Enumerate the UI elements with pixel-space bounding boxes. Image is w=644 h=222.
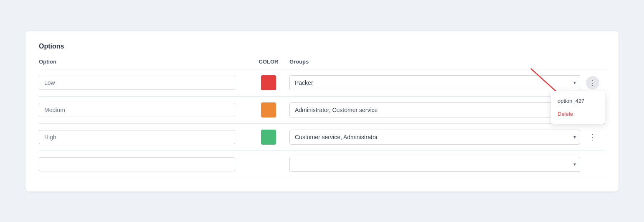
color-cell-2 <box>248 130 289 145</box>
group-select-wrapper-1: Packer Administrator Customer service Ad… <box>289 102 580 117</box>
group-select-2[interactable]: Packer Administrator Customer service Ad… <box>289 130 580 145</box>
group-select-1[interactable]: Packer Administrator Customer service Ad… <box>289 102 580 117</box>
color-swatch-0[interactable] <box>261 75 276 90</box>
card-title: Options <box>39 43 605 50</box>
group-select-wrapper-0: Packer Administrator Customer service Ad… <box>289 75 580 90</box>
table-row: Packer Administrator Customer service Ad… <box>39 124 605 151</box>
header-option: Option <box>39 59 248 65</box>
option-input-2[interactable] <box>39 130 235 144</box>
option-cell <box>39 130 248 144</box>
group-select-0[interactable]: Packer Administrator Customer service Ad… <box>289 75 580 90</box>
color-swatch-1[interactable] <box>261 102 276 117</box>
option-input-0[interactable] <box>39 76 235 90</box>
option-cell <box>39 103 248 117</box>
color-cell-1 <box>248 102 289 117</box>
table-row: Packer Administrator Customer service Ad… <box>39 97 605 124</box>
dropdown-item-delete[interactable]: Delete <box>551 107 605 120</box>
option-input-3[interactable] <box>39 157 235 171</box>
header-actions <box>580 59 605 65</box>
options-card: Options Option COLOR Groups Packer Admin… <box>25 31 619 191</box>
action-cell-2: ⋮ <box>580 130 605 144</box>
action-cell-0: ⋮ option_427 Delete <box>580 76 605 89</box>
header-color: COLOR <box>248 59 289 65</box>
group-select-wrapper-3: Packer Administrator Customer service ▾ <box>289 157 580 172</box>
option-cell <box>39 76 248 90</box>
table-row: Packer Administrator Customer service Ad… <box>39 69 605 97</box>
more-options-button-0[interactable]: ⋮ <box>586 76 599 89</box>
color-cell-0 <box>248 75 289 90</box>
dropdown-menu-0: option_427 Delete <box>551 91 605 124</box>
table-header: Option COLOR Groups <box>39 59 605 69</box>
header-groups: Groups <box>289 59 580 65</box>
option-input-1[interactable] <box>39 103 235 117</box>
color-swatch-2[interactable] <box>261 130 276 145</box>
table-row: Packer Administrator Customer service ▾ <box>39 151 605 178</box>
option-cell <box>39 157 248 171</box>
group-select-3[interactable]: Packer Administrator Customer service <box>289 157 580 172</box>
more-options-button-2[interactable]: ⋮ <box>586 130 599 144</box>
dropdown-item-option-id[interactable]: option_427 <box>551 94 605 107</box>
group-select-wrapper-2: Packer Administrator Customer service Ad… <box>289 130 580 145</box>
